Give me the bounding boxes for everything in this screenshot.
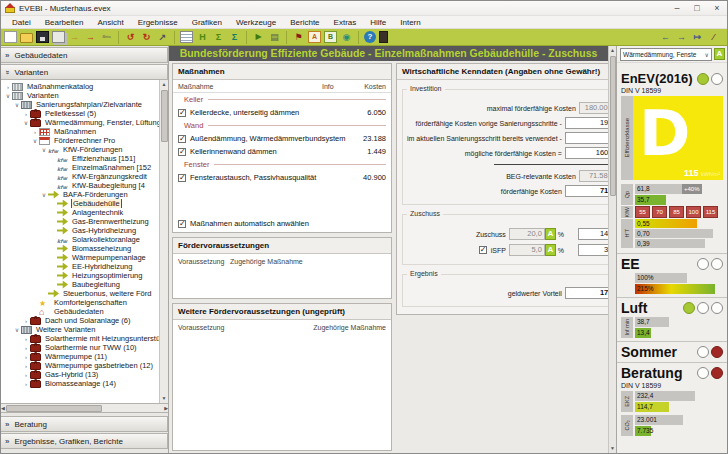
auto-value-button[interactable]: A bbox=[545, 244, 556, 256]
menu-item[interactable]: Datei bbox=[5, 18, 38, 27]
measure-row[interactable]: Fenster bbox=[173, 158, 391, 171]
tree-item[interactable]: Gebäudedaten bbox=[1, 307, 159, 316]
value-field[interactable]: 0 bbox=[565, 132, 608, 144]
tree-item[interactable]: Gas-Brennwertheizung bbox=[1, 217, 159, 226]
tree-item[interactable]: › Maßnahmen bbox=[1, 127, 159, 136]
accordion-varianten[interactable]: » Varianten bbox=[1, 64, 168, 80]
report-icon[interactable] bbox=[180, 31, 193, 43]
tree-item[interactable]: › Solarthermie nur TWW (10) bbox=[1, 343, 159, 352]
expander-icon[interactable]: › bbox=[22, 318, 30, 324]
menu-item[interactable]: Hilfe bbox=[363, 18, 393, 27]
play-icon[interactable]: ▶ bbox=[252, 31, 265, 43]
open-folder-icon[interactable] bbox=[20, 33, 33, 43]
scroll-down-icon[interactable]: ▼ bbox=[162, 394, 167, 403]
measure-checkbox[interactable] bbox=[178, 109, 186, 117]
tree-item[interactable]: Baubegleitung bbox=[1, 280, 159, 289]
amount-field[interactable]: 3.579 bbox=[578, 244, 608, 256]
tree-item[interactable]: Anlagentechnik bbox=[1, 208, 159, 217]
table-b-icon[interactable]: B bbox=[324, 31, 337, 43]
tree-item[interactable]: Gebäudehülle bbox=[1, 199, 159, 208]
scroll-down-icon[interactable]: ▼ bbox=[610, 444, 615, 453]
help-icon[interactable]: ? bbox=[364, 31, 376, 43]
tree-item[interactable]: ∨ Förderrechner Pro bbox=[1, 136, 159, 145]
tree-item[interactable]: Heizungsoptimierung bbox=[1, 271, 159, 280]
maximize-button[interactable]: □ bbox=[691, 3, 703, 13]
redo-icon[interactable]: ↻ bbox=[140, 31, 153, 43]
measure-checkbox[interactable] bbox=[178, 148, 186, 156]
beta-icon[interactable]: Beta bbox=[100, 31, 113, 43]
tree-item[interactable]: Einzelmaßnahmen [152 bbox=[1, 163, 159, 172]
value-field[interactable]: 160.212 bbox=[565, 147, 608, 159]
scrollbar-thumb[interactable] bbox=[610, 56, 616, 196]
tree-item[interactable]: › Solarthermie mit Heizungsunterstü bbox=[1, 334, 159, 343]
menu-item[interactable]: Ergebnisse bbox=[131, 18, 185, 27]
separator[interactable] bbox=[286, 31, 287, 44]
tree-item[interactable]: Gas-Hybridheizung bbox=[1, 226, 159, 235]
tree-item[interactable]: ∨ Sanierungsfahrplan/Zielvariante bbox=[1, 100, 159, 109]
tree-item[interactable]: ∨ Wärmedämmung, Fenster, Lüftung bbox=[1, 118, 159, 127]
expander-icon[interactable]: › bbox=[22, 363, 30, 369]
tree-item[interactable]: ∨ BAFA-Förderungen bbox=[1, 190, 159, 199]
expander-icon[interactable]: ∨ bbox=[40, 146, 48, 153]
result-field[interactable]: 17.897 bbox=[565, 287, 608, 299]
flag-icon[interactable]: ⚑ bbox=[292, 31, 305, 43]
new-file-icon[interactable] bbox=[4, 31, 17, 43]
separator[interactable] bbox=[118, 31, 119, 44]
copy-icon[interactable] bbox=[52, 31, 65, 43]
separator[interactable] bbox=[246, 31, 247, 44]
minimize-button[interactable]: – bbox=[671, 3, 683, 13]
expander-icon[interactable]: › bbox=[22, 372, 30, 378]
tree-item[interactable]: › Wärmepumpe (11) bbox=[1, 352, 159, 361]
menu-item[interactable]: Ansicht bbox=[90, 18, 130, 27]
measure-row[interactable]: Außendämmung, Wärmedämmverbundsystem 23.… bbox=[173, 132, 391, 145]
accordion-beratung[interactable]: » Beratung bbox=[1, 416, 168, 432]
measure-row[interactable]: Kellerinnenwand dämmen 1.449 bbox=[173, 145, 391, 158]
tree-item[interactable]: Effizienzhaus [151] bbox=[1, 154, 159, 163]
expander-icon[interactable]: › bbox=[22, 381, 30, 387]
tree-item[interactable]: KfW-Ergänzungskredit bbox=[1, 172, 159, 181]
tree-item[interactable]: EE-Hybridheizung bbox=[1, 262, 159, 271]
h-beam-icon[interactable]: H bbox=[196, 31, 209, 43]
tree-item[interactable]: ∨ Varianten bbox=[1, 91, 159, 100]
expander-icon[interactable]: › bbox=[22, 336, 30, 342]
accordion-ergebnisse[interactable]: » Ergebnisse, Grafiken, Berichte bbox=[1, 433, 168, 449]
value-field[interactable]: 180.000 bbox=[579, 102, 608, 114]
main-vertical-scrollbar[interactable]: ▲ ▼ bbox=[608, 46, 616, 453]
tree-item[interactable]: Wärmepumpenanlage bbox=[1, 253, 159, 262]
undo-icon[interactable]: ↺ bbox=[124, 31, 137, 43]
measure-checkbox[interactable] bbox=[178, 174, 186, 182]
scrollbar-thumb[interactable] bbox=[161, 90, 168, 142]
tree-item[interactable]: ∨ Weitere Varianten bbox=[1, 325, 159, 334]
tree-item[interactable]: › Dach und Solaranlage (6) bbox=[1, 316, 159, 325]
expander-icon[interactable]: ∨ bbox=[40, 191, 48, 198]
nav-last-icon[interactable]: ↦ bbox=[691, 31, 704, 43]
amount-field[interactable]: 14.317 bbox=[578, 228, 608, 240]
menu-item[interactable]: Werkzeuge bbox=[229, 18, 283, 27]
table-a-icon[interactable]: A bbox=[308, 31, 321, 43]
scroll-left-icon[interactable]: ◀ bbox=[1, 404, 5, 413]
tree-item[interactable]: KfW-Baubegleitung [4 bbox=[1, 181, 159, 190]
scroll-up-icon[interactable]: ▲ bbox=[162, 80, 167, 89]
auto-select-checkbox[interactable] bbox=[178, 220, 186, 228]
tree-item[interactable]: ∨ KfW-Förderungen bbox=[1, 145, 159, 154]
percent-field[interactable]: 20,0 bbox=[509, 228, 545, 240]
expander-icon[interactable]: ∨ bbox=[22, 119, 30, 126]
measure-row[interactable]: Keller bbox=[173, 93, 391, 106]
value-field[interactable]: 19.788 bbox=[565, 117, 608, 129]
tree-item[interactable]: Komforteigenschaften bbox=[1, 298, 159, 307]
measure-row[interactable]: Fensteraustausch, Passivhausqualität 40.… bbox=[173, 171, 391, 184]
percent-field[interactable]: 5,0 bbox=[509, 244, 545, 256]
contrast-icon[interactable] bbox=[379, 31, 388, 43]
separator[interactable] bbox=[174, 31, 175, 44]
import-icon[interactable]: → bbox=[68, 31, 81, 43]
export-icon[interactable]: → bbox=[84, 31, 97, 43]
measure-checkbox[interactable] bbox=[178, 135, 186, 143]
expander-icon[interactable]: › bbox=[4, 84, 12, 90]
wand-icon[interactable]: ↗ bbox=[156, 31, 169, 43]
expander-icon[interactable]: ∨ bbox=[4, 92, 12, 99]
separator[interactable] bbox=[358, 31, 359, 44]
nav-back-icon[interactable]: ← bbox=[659, 31, 672, 43]
menu-item[interactable]: Intern bbox=[393, 18, 427, 27]
expander-icon[interactable]: ∨ bbox=[13, 326, 21, 333]
save-icon[interactable] bbox=[36, 31, 49, 43]
